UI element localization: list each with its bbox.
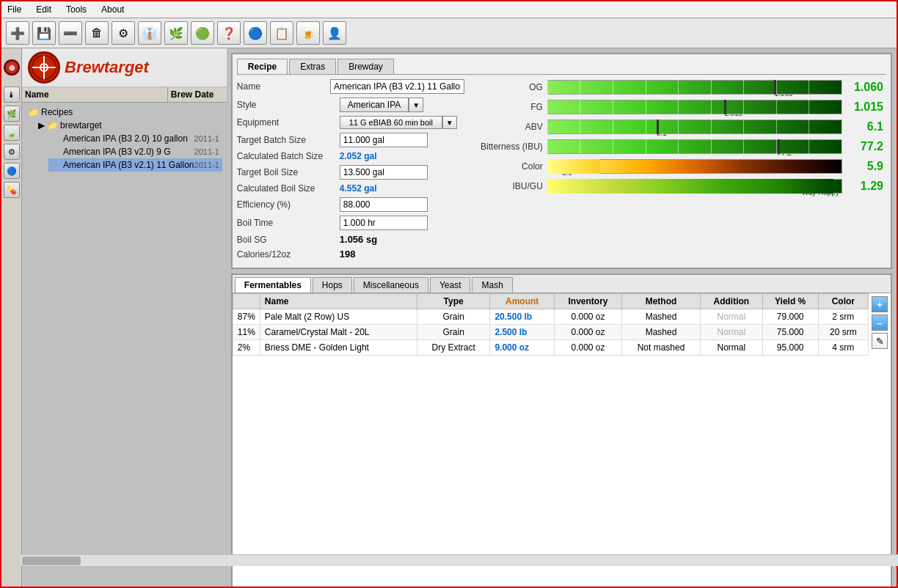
menu-about[interactable]: About bbox=[98, 3, 127, 16]
menu-file[interactable]: File bbox=[4, 3, 24, 16]
col-color: Color bbox=[818, 294, 868, 309]
tree-item-1[interactable]: American IPA (B3 v2.0) 9 G 2011-1 bbox=[48, 145, 222, 158]
tree-item-name-1: American IPA (B3 v2.0) 9 G bbox=[63, 147, 194, 157]
tools-button[interactable]: ⚙ bbox=[112, 21, 135, 45]
equipment-button[interactable]: 11 G eBIAB 60 min boil bbox=[340, 116, 442, 129]
value-boil-sg: 1.056 sg bbox=[340, 234, 377, 245]
tree-folder-recipes[interactable]: 📁 Recipes ▶ 📁 brewtarget Ameri bbox=[23, 104, 225, 173]
tree-item-2[interactable]: American IPA (B3 v2.1) 11 Gallon 2011-1 bbox=[48, 158, 222, 172]
recipe-body: Name Style American IPA ▼ bbox=[237, 79, 886, 263]
equipment-dropdown[interactable]: ▼ bbox=[442, 116, 457, 129]
table-remove-button[interactable]: – bbox=[872, 315, 888, 331]
sidebar-icon-3[interactable]: 🍃 bbox=[4, 125, 20, 141]
delete-button[interactable]: ➖ bbox=[59, 21, 82, 45]
gauge-og: OG 1.060 bbox=[470, 79, 886, 95]
value-calc-batch: 2.052 gal bbox=[340, 151, 377, 161]
form-row-name: Name bbox=[237, 79, 464, 94]
table-row[interactable]: 2% Briess DME - Golden Light Dry Extract… bbox=[233, 340, 868, 356]
trash-button[interactable]: 🗑 bbox=[85, 21, 109, 45]
row1-amount: 2.500 lb bbox=[490, 325, 555, 340]
row2-yield: 95.000 bbox=[762, 340, 818, 356]
row0-method: Mashed bbox=[622, 309, 701, 325]
subfolder-label: brewtarget bbox=[60, 120, 102, 131]
form-row-target-boil: Target Boil Size bbox=[237, 165, 464, 180]
brew-button[interactable]: 🍺 bbox=[296, 21, 320, 45]
gauge-ibu-gu-value: 1.29 bbox=[842, 180, 886, 193]
new-button[interactable]: ➕ bbox=[6, 21, 29, 45]
table-edit-button[interactable]: ✎ bbox=[872, 333, 888, 349]
input-boil-time[interactable] bbox=[340, 216, 428, 230]
ing-tab-misc[interactable]: Miscellaneous bbox=[354, 277, 428, 293]
input-target-boil[interactable] bbox=[340, 165, 428, 180]
note-button[interactable]: 📋 bbox=[270, 21, 293, 45]
label-calories: Calories/12oz bbox=[237, 249, 340, 260]
folder-label: Recipes bbox=[41, 107, 73, 117]
value-calories: 198 bbox=[340, 249, 356, 260]
gauge-fg-bg bbox=[547, 100, 842, 114]
col-pct bbox=[233, 294, 260, 309]
tree-item-0[interactable]: American IPA (B3 2.0) 10 gallon 2011-1 bbox=[48, 132, 222, 145]
table-add-button[interactable]: + bbox=[872, 296, 888, 312]
input-target-batch[interactable] bbox=[340, 133, 428, 147]
menu-tools[interactable]: Tools bbox=[63, 3, 90, 16]
gauge-ibu-gu: IBU/GU Way Hoppy 1.29 bbox=[470, 178, 886, 194]
tree-item-date-0: 2011-1 bbox=[194, 134, 219, 143]
tab-brewday[interactable]: Brewday bbox=[337, 59, 394, 74]
logo-area: Brewtarget bbox=[22, 48, 227, 87]
label-target-boil: Target Boil Size bbox=[237, 167, 340, 177]
table-row[interactable]: 11% Caramel/Crystal Malt - 20L Grain 2.5… bbox=[233, 325, 868, 340]
equipment-combo: 11 G eBIAB 60 min boil ▼ bbox=[340, 116, 457, 129]
grain-button[interactable]: 🟢 bbox=[191, 21, 214, 45]
tab-extras[interactable]: Extras bbox=[289, 59, 336, 74]
gauge-abv: ABV 6.1 bbox=[470, 119, 886, 135]
help-button[interactable]: ❓ bbox=[217, 21, 241, 45]
row2-inventory: 0.000 oz bbox=[554, 340, 621, 356]
gauge-og-label: OG bbox=[470, 82, 547, 92]
shirt-button[interactable]: 👔 bbox=[138, 21, 161, 45]
right-panel: Recipe Extras Brewday Name Styl bbox=[227, 48, 897, 588]
input-name[interactable] bbox=[330, 79, 464, 94]
label-name: Name bbox=[237, 81, 330, 92]
input-efficiency[interactable] bbox=[340, 197, 428, 212]
sidebar-icon-1[interactable]: 🌡 bbox=[4, 87, 20, 103]
gauge-ibu-gu-bar: Way Hoppy bbox=[547, 178, 842, 194]
hops-button[interactable]: 🌿 bbox=[164, 21, 188, 45]
tree-subfolder[interactable]: ▶ 📁 brewtarget bbox=[37, 119, 222, 132]
recipe-panel: Recipe Extras Brewday Name Styl bbox=[231, 53, 892, 269]
gauge-ibu-gu-label: IBU/GU bbox=[470, 181, 547, 191]
row1-pct: 11% bbox=[233, 325, 260, 340]
tab-recipe[interactable]: Recipe bbox=[237, 59, 288, 74]
table-wrapper: Name Type Amount Inventory Method Additi… bbox=[233, 293, 891, 587]
sidebar-icon-2[interactable]: 🌿 bbox=[4, 106, 20, 122]
row1-inventory: 0.000 oz bbox=[554, 325, 621, 340]
row1-type: Grain bbox=[417, 325, 489, 340]
ing-tab-hops[interactable]: Hops bbox=[313, 277, 352, 293]
col-yield: Yield % bbox=[762, 294, 818, 309]
gauges-panel: OG 1.060 bbox=[470, 79, 886, 263]
gauge-bitterness: Bitterness (IBU) 77.2 bbox=[470, 139, 886, 155]
sidebar-icon-6[interactable]: 💊 bbox=[4, 182, 20, 198]
sidebar-tree-header: Name Brew Date bbox=[22, 87, 227, 103]
style-dropdown[interactable]: ▼ bbox=[409, 98, 423, 112]
table-row[interactable]: 87% Pale Malt (2 Row) US Grain 20.500 lb… bbox=[233, 309, 868, 325]
ing-tab-mash[interactable]: Mash bbox=[472, 277, 512, 293]
label-calc-batch: Calculated Batch Size bbox=[237, 151, 340, 161]
user-button[interactable]: 👤 bbox=[323, 21, 346, 45]
ing-tab-yeast[interactable]: Yeast bbox=[430, 277, 471, 293]
save-button[interactable]: 💾 bbox=[32, 21, 56, 45]
ing-tab-fermentables[interactable]: Fermentables bbox=[235, 277, 311, 293]
gauge-abv-marker bbox=[657, 120, 659, 134]
label-equipment: Equipment bbox=[237, 117, 340, 128]
gauge-abv-label: ABV bbox=[470, 122, 547, 132]
label-style: Style bbox=[237, 100, 340, 110]
gauge-bitterness-label: Bitterness (IBU) bbox=[470, 142, 547, 152]
color-fill bbox=[547, 159, 600, 174]
misc-button[interactable]: 🔵 bbox=[244, 21, 267, 45]
style-combo: American IPA ▼ bbox=[340, 98, 423, 112]
gauge-abv-bar: 6.1 bbox=[547, 119, 842, 135]
row0-yield: 79.000 bbox=[762, 309, 818, 325]
style-button[interactable]: American IPA bbox=[340, 98, 409, 112]
sidebar-icon-4[interactable]: ⚙ bbox=[4, 144, 20, 160]
menu-edit[interactable]: Edit bbox=[33, 3, 54, 16]
sidebar-icon-5[interactable]: 🔵 bbox=[4, 163, 20, 179]
